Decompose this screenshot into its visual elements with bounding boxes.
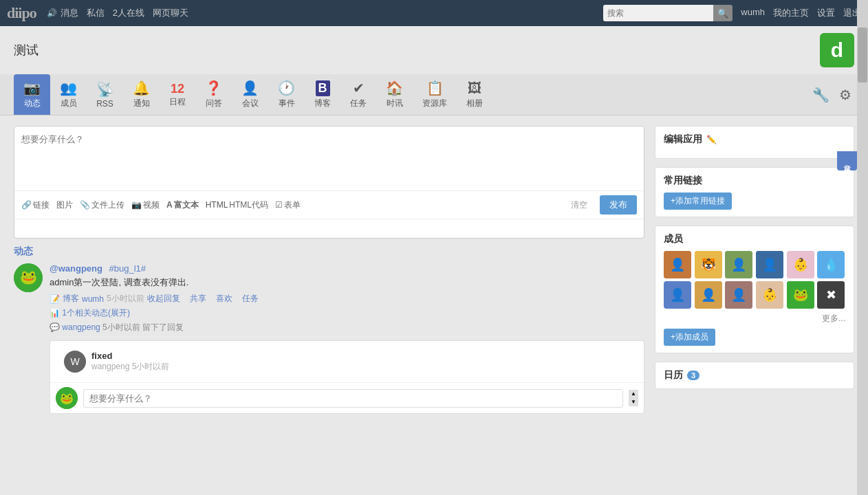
rss-icon: 📡 bbox=[96, 81, 113, 98]
common-links-title: 常用链接 bbox=[664, 175, 845, 187]
clear-button[interactable]: 清空 bbox=[571, 199, 587, 211]
related-link[interactable]: 1个相关动态(展开) bbox=[62, 308, 130, 318]
feed-content: admin第一次登陆, 调查表没有弹出. bbox=[50, 276, 644, 289]
add-common-link-button[interactable]: +添加常用链接 bbox=[664, 192, 732, 210]
feed-source: 📝 博客 wumh 5小时以前 收起回复 共享 喜欢 任务 bbox=[50, 293, 644, 305]
tab-news[interactable]: 🏠 时讯 bbox=[376, 74, 413, 115]
source-label[interactable]: 博客 bbox=[63, 293, 79, 305]
topbar-username[interactable]: wumh bbox=[741, 7, 765, 19]
member-avatar-1[interactable]: 👤 bbox=[664, 251, 691, 278]
search-button[interactable]: 🔍 bbox=[713, 5, 733, 21]
members-more-link[interactable]: 更多... bbox=[822, 314, 845, 323]
topbar-link-online[interactable]: 2人在线 bbox=[113, 7, 144, 19]
post-textarea[interactable] bbox=[14, 126, 644, 188]
gear-icon[interactable]: ⚙ bbox=[836, 84, 854, 106]
members-grid: 👤 🐯 👤 👤 👶 💧 👤 bbox=[664, 251, 845, 309]
tag-input[interactable] bbox=[21, 223, 637, 234]
page-header: 测试 d bbox=[0, 26, 868, 74]
tab-activity[interactable]: 📷 动态 bbox=[14, 74, 50, 115]
svg-text:🐸: 🐸 bbox=[60, 392, 74, 405]
tab-qa[interactable]: ❓ 问答 bbox=[195, 74, 232, 115]
edit-app-title: 编辑应用 ✏️ bbox=[664, 133, 845, 146]
feedback-tab[interactable]: 意见反馈 bbox=[837, 151, 857, 170]
tab-album[interactable]: 🖼 相册 bbox=[457, 75, 492, 115]
toolbar-html[interactable]: HTML HTML代码 bbox=[206, 199, 268, 211]
svg-text:🐯: 🐯 bbox=[701, 257, 717, 272]
member-avatar-12[interactable]: ✖ bbox=[817, 281, 845, 309]
reply-input[interactable] bbox=[83, 389, 623, 408]
related-icon: 📊 bbox=[50, 308, 60, 318]
main-column: 🔗 链接 图片 📎 文件上传 📷 视频 A 富文本 HTML HTML代码 ☑ … bbox=[14, 126, 644, 424]
toolbar-link[interactable]: 🔗 链接 bbox=[21, 199, 50, 211]
calendar-section: 日历 3 bbox=[655, 362, 854, 389]
scrollbar[interactable] bbox=[857, 0, 868, 434]
tab-resources[interactable]: 📋 资源库 bbox=[413, 74, 457, 115]
toolbar-image[interactable]: 图片 bbox=[56, 199, 73, 211]
toolbar-richtext[interactable]: A 富文本 bbox=[166, 199, 199, 211]
action-collapse[interactable]: 收起回复 bbox=[147, 293, 180, 305]
topbar-link-chat[interactable]: 网页聊天 bbox=[153, 7, 188, 19]
tab-meeting[interactable]: 👤 会议 bbox=[232, 74, 268, 115]
events-icon: 🕐 bbox=[278, 80, 295, 96]
action-like[interactable]: 喜欢 bbox=[216, 293, 232, 305]
reply-item: W fixed wangpeng 5小时以前 bbox=[50, 341, 644, 383]
tab-members-label: 成员 bbox=[61, 98, 77, 109]
topbar-links: 消息 私信 2人在线 网页聊天 bbox=[61, 7, 188, 19]
feed-meta: @wangpeng #bug_l1# bbox=[50, 263, 644, 274]
reply-username: fixed bbox=[91, 351, 169, 361]
topbar-link-pm[interactable]: 私信 bbox=[87, 7, 105, 19]
feed-body: @wangpeng #bug_l1# admin第一次登陆, 调查表没有弹出. … bbox=[50, 263, 644, 338]
svg-text:👤: 👤 bbox=[762, 257, 778, 272]
sidebar: 编辑应用 ✏️ 常用链接 +添加常用链接 成员 👤 🐯 👤 bbox=[655, 126, 854, 424]
tab-events[interactable]: 🕐 事件 bbox=[268, 74, 305, 115]
toolbar-video[interactable]: 📷 视频 bbox=[131, 199, 160, 211]
svg-text:🐸: 🐸 bbox=[20, 269, 37, 285]
tab-tasks-label: 任务 bbox=[350, 98, 367, 109]
member-avatar-2[interactable]: 🐯 bbox=[695, 251, 722, 278]
tab-members[interactable]: 👥 成员 bbox=[50, 74, 87, 115]
member-avatar-8[interactable]: 👤 bbox=[695, 281, 722, 309]
tab-tasks[interactable]: ✔ 任务 bbox=[340, 74, 376, 115]
member-avatar-6[interactable]: 💧 bbox=[817, 251, 845, 278]
tab-schedule[interactable]: 12 日程 bbox=[160, 76, 195, 113]
tab-qa-label: 问答 bbox=[206, 98, 222, 109]
scroll-down-btn[interactable]: ▼ bbox=[629, 398, 638, 406]
member-avatar-7[interactable]: 👤 bbox=[664, 281, 691, 309]
topbar-link-messages[interactable]: 消息 bbox=[61, 7, 78, 19]
scrollbar-thumb[interactable] bbox=[858, 28, 867, 82]
svg-text:👤: 👤 bbox=[670, 287, 686, 302]
feed-tag[interactable]: #bug_l1# bbox=[109, 263, 147, 274]
topbar-user: wumh 我的主页 设置 退出 bbox=[741, 7, 861, 19]
member-avatar-9[interactable]: 👤 bbox=[725, 281, 752, 309]
member-avatar-11[interactable]: 🐸 bbox=[787, 281, 814, 309]
tab-notify[interactable]: 🔔 通知 bbox=[123, 74, 160, 115]
content-wrap: 🔗 链接 图片 📎 文件上传 📷 视频 A 富文本 HTML HTML代码 ☑ … bbox=[0, 116, 868, 434]
wrench-icon[interactable]: 🔧 bbox=[810, 84, 832, 106]
feed-username[interactable]: @wangpeng bbox=[50, 263, 102, 274]
source-time: 5小时以前 bbox=[107, 293, 144, 305]
topbar-settings[interactable]: 设置 bbox=[817, 7, 835, 19]
topbar-my-home[interactable]: 我的主页 bbox=[773, 7, 809, 19]
add-member-button[interactable]: +添加成员 bbox=[664, 329, 715, 346]
activity-icon: 📷 bbox=[23, 80, 41, 96]
source-user[interactable]: wumh bbox=[82, 294, 104, 304]
scroll-up-btn[interactable]: ▲ bbox=[629, 390, 638, 398]
toolbar-file[interactable]: 📎 文件上传 bbox=[80, 199, 124, 211]
meeting-icon: 👤 bbox=[241, 80, 259, 96]
toolbar-form[interactable]: ☑ 表单 bbox=[275, 199, 301, 211]
reply-user-link[interactable]: wangpeng bbox=[62, 322, 100, 332]
action-share[interactable]: 共享 bbox=[190, 293, 206, 305]
reply-avatar: W bbox=[64, 351, 86, 373]
tab-blog[interactable]: B 博客 bbox=[305, 75, 340, 115]
svg-text:👤: 👤 bbox=[731, 257, 747, 272]
svg-text:W: W bbox=[70, 356, 80, 367]
member-avatar-4[interactable]: 👤 bbox=[756, 251, 783, 278]
tab-rss[interactable]: 📡 RSS bbox=[87, 76, 123, 114]
submit-button[interactable]: 发布 bbox=[600, 195, 637, 214]
member-avatar-5[interactable]: 👶 bbox=[787, 251, 814, 278]
svg-text:👤: 👤 bbox=[670, 257, 686, 272]
member-avatar-3[interactable]: 👤 bbox=[725, 251, 752, 278]
search-input[interactable] bbox=[603, 5, 713, 21]
action-task[interactable]: 任务 bbox=[242, 293, 259, 305]
member-avatar-10[interactable]: 👶 bbox=[756, 281, 783, 309]
